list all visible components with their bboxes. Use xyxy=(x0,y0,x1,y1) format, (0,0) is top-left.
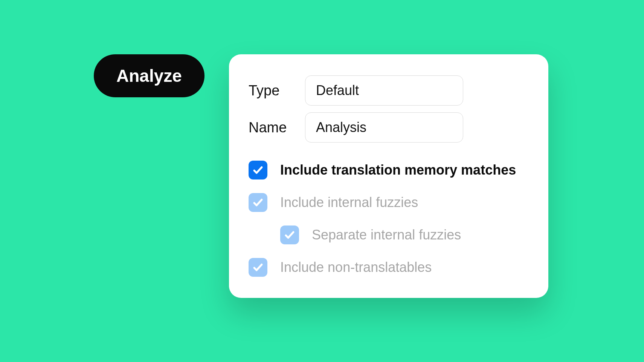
include-non-translatables-checkbox[interactable] xyxy=(249,258,267,277)
analyze-button[interactable]: Analyze xyxy=(94,54,204,97)
include-tm-matches-checkbox[interactable] xyxy=(249,161,267,179)
name-input[interactable] xyxy=(305,112,463,143)
type-row: Type xyxy=(249,75,529,106)
name-label: Name xyxy=(249,120,294,136)
separate-internal-fuzzies-checkbox[interactable] xyxy=(280,225,299,244)
include-tm-matches-row: Include translation memory matches xyxy=(249,161,529,179)
include-internal-fuzzies-label: Include internal fuzzies xyxy=(280,194,418,210)
type-input[interactable] xyxy=(305,75,463,106)
separate-internal-fuzzies-label: Separate internal fuzzies xyxy=(312,227,461,243)
analysis-options-panel: Type Name Include translation memory mat… xyxy=(229,54,548,298)
include-internal-fuzzies-checkbox[interactable] xyxy=(249,193,267,212)
check-icon xyxy=(284,229,295,241)
include-non-translatables-row: Include non-translatables xyxy=(249,258,529,277)
check-icon xyxy=(252,164,264,176)
include-non-translatables-label: Include non-translatables xyxy=(280,259,432,275)
include-tm-matches-label: Include translation memory matches xyxy=(280,162,516,178)
name-row: Name xyxy=(249,112,529,143)
include-internal-fuzzies-row: Include internal fuzzies xyxy=(249,193,529,212)
type-label: Type xyxy=(249,83,294,99)
check-icon xyxy=(252,197,264,208)
separate-internal-fuzzies-row: Separate internal fuzzies xyxy=(249,225,529,244)
check-icon xyxy=(252,262,264,273)
